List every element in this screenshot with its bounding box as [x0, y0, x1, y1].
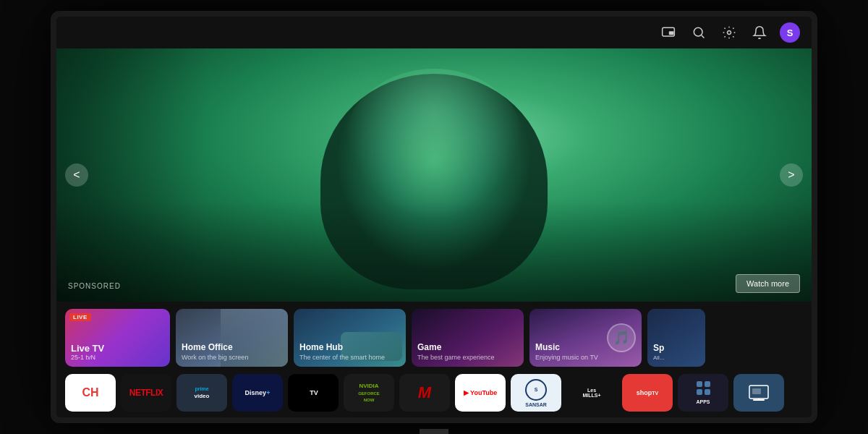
home-office-title: Home Office — [182, 342, 282, 352]
app-geforce-now[interactable]: NVIDIA GEFORCE NOW — [344, 374, 394, 412]
svg-point-2 — [694, 27, 702, 36]
game-title: Game — [417, 342, 518, 352]
card-home-office[interactable]: Home Office Work on the big screen — [176, 309, 288, 367]
home-hub-desc: The center of the smart home — [299, 354, 400, 361]
card-game[interactable]: Game The best game experience — [412, 309, 524, 367]
settings-icon[interactable] — [719, 22, 739, 43]
watch-more-button[interactable]: Watch more — [736, 274, 800, 293]
apps-row: CH NETFLIX primevideo Disney+ TV — [65, 374, 803, 412]
app-apple-tv[interactable]: TV — [288, 374, 339, 412]
svg-rect-6 — [753, 399, 765, 401]
app-ch[interactable]: CH — [65, 374, 116, 412]
card-sp[interactable]: Sp All... — [647, 309, 705, 367]
search-icon[interactable] — [689, 22, 709, 43]
app-screen-share[interactable] — [733, 374, 784, 412]
svg-rect-8 — [752, 388, 761, 394]
tv-display: S < > SPONSORED Watch more — [56, 17, 812, 417]
app-netflix[interactable]: NETFLIX — [121, 374, 171, 412]
live-tv-title: Live TV — [71, 343, 164, 354]
music-title: Music — [535, 342, 636, 352]
app-lesmills[interactable]: LesMILLS+ — [566, 374, 617, 412]
top-bar: S — [56, 17, 812, 48]
sp-desc: All... — [653, 354, 699, 361]
home-office-desc: Work on the big screen — [182, 354, 282, 361]
card-music[interactable]: 🎵 Music Enjoying music on TV — [529, 309, 642, 367]
tv-screen: S < > SPONSORED Watch more — [51, 11, 817, 423]
tv-stand — [420, 429, 448, 434]
music-desc: Enjoying music on TV — [535, 354, 636, 361]
app-disney-plus[interactable]: Disney+ — [232, 374, 283, 412]
hero-next-button[interactable]: > — [780, 163, 803, 187]
game-desc: The best game experience — [417, 354, 518, 361]
hero-banner: < > SPONSORED Watch more — [56, 48, 812, 302]
cards-row: LIVE Live TV 25-1 tvN Home Office Work o… — [65, 309, 803, 367]
app-shop[interactable]: shopTV — [622, 374, 673, 412]
live-tv-subtitle: 25-1 tvN — [71, 354, 164, 361]
svg-point-4 — [728, 31, 731, 35]
app-sansar[interactable]: S SANSAR — [511, 374, 561, 412]
app-masterclass[interactable]: M — [399, 374, 450, 412]
bottom-section: LIVE Live TV 25-1 tvN Home Office Work o… — [56, 302, 812, 417]
sp-title: Sp — [653, 343, 699, 353]
app-apps[interactable]: APPS — [678, 374, 728, 412]
app-prime-video[interactable]: primevideo — [176, 374, 227, 412]
card-home-hub[interactable]: Home Hub The center of the smart home — [294, 309, 406, 367]
hero-prev-button[interactable]: < — [65, 163, 88, 187]
card-live-tv[interactable]: LIVE Live TV 25-1 tvN — [65, 309, 170, 367]
notifications-icon[interactable] — [749, 22, 770, 43]
user-avatar[interactable]: S — [780, 22, 800, 43]
svg-rect-1 — [669, 31, 674, 35]
live-badge: LIVE — [69, 313, 91, 321]
home-hub-title: Home Hub — [299, 342, 400, 352]
picture-in-picture-icon[interactable] — [658, 22, 678, 43]
svg-line-3 — [702, 35, 705, 38]
app-youtube[interactable]: ▶ YouTube — [455, 374, 506, 412]
sponsored-label: SPONSORED — [68, 282, 121, 290]
